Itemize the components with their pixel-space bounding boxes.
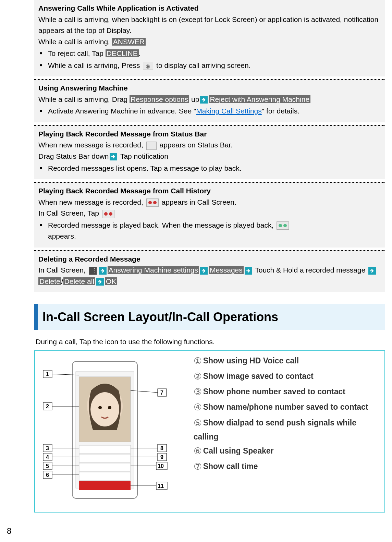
svg-text:9: 9 xyxy=(160,454,163,460)
response-options-token: Response options xyxy=(130,95,189,103)
section-paragraph: When new message is recorded, appears in… xyxy=(38,197,381,208)
section-paragraph: In Call Screen, Tap xyxy=(38,208,381,219)
delete-all-token: Delete all xyxy=(63,277,96,285)
section-paragraph: Drag Status Bar down Tap notification xyxy=(38,151,381,162)
section-title: Answering Calls While Application is Act… xyxy=(38,3,381,14)
text: In Call Screen, xyxy=(38,266,88,274)
section-paragraph: While a call is arriving, when backlight… xyxy=(38,14,381,36)
bullet-item: While a call is arriving, Press to displ… xyxy=(38,60,381,71)
svg-text:2: 2 xyxy=(46,404,49,409)
svg-text:1: 1 xyxy=(46,371,49,377)
section-title: Playing Back Recorded Message from Statu… xyxy=(38,129,381,140)
svg-rect-17 xyxy=(79,472,131,480)
decline-token: DECLINE xyxy=(106,49,139,57)
svg-rect-18 xyxy=(79,481,131,490)
section-title: Deleting a Recorded Message xyxy=(38,254,381,265)
text: Recorded message is played back. When th… xyxy=(48,221,275,229)
legend-item: ⑥Call using Speaker xyxy=(194,444,380,459)
making-call-settings-link[interactable]: Making Call Settings xyxy=(196,107,261,115)
section-playback-statusbar: Playing Back Recorded Message from Statu… xyxy=(34,125,385,179)
legend-item: ④Show name/phone number saved to contact xyxy=(194,400,380,415)
text: Touch & Hold a recorded message xyxy=(253,266,367,274)
text: up xyxy=(189,95,199,103)
message-icon xyxy=(146,142,157,150)
reject-machine-token: Reject with Answering Machine xyxy=(209,95,310,103)
recorded-red-icon xyxy=(102,210,114,218)
bullet-item: Recorded messages list opens. Tap a mess… xyxy=(38,163,381,174)
text: appears in Call Screen. xyxy=(162,198,236,206)
text: Drag Status Bar down xyxy=(38,152,109,160)
svg-point-11 xyxy=(90,392,119,426)
circled-number-icon: ⑦ xyxy=(194,459,202,474)
text: Tap notification xyxy=(118,152,168,160)
section-title: Using Answering Machine xyxy=(38,83,381,94)
svg-text:7: 7 xyxy=(160,390,163,396)
section-paragraph: When new message is recorded, appears on… xyxy=(38,140,381,151)
arrow-icon xyxy=(200,96,208,104)
legend-text: Call using Speaker xyxy=(203,446,274,455)
bullet-item: To reject call, Tap DECLINE. xyxy=(38,48,381,59)
text: When new message is recorded, xyxy=(38,141,145,149)
section-deleting: Deleting a Recorded Message In Call Scre… xyxy=(34,250,385,292)
answer-token: ANSWER xyxy=(112,38,146,46)
machine-settings-token: Answering Machine settings xyxy=(108,266,199,274)
legend-item: ③Show phone number saved to contact xyxy=(194,385,380,399)
arrow-icon xyxy=(110,153,117,160)
legend-item: ①Show using HD Voice call xyxy=(194,354,380,369)
arrow-icon xyxy=(96,278,104,286)
text: / xyxy=(61,277,63,285)
svg-point-12 xyxy=(98,406,102,409)
text: to display call arriving screen. xyxy=(156,61,250,69)
legend-cell: ①Show using HD Voice call ②Show image sa… xyxy=(189,351,385,513)
text: . xyxy=(139,49,141,57)
circled-number-icon: ⑤ xyxy=(194,416,202,431)
svg-text:10: 10 xyxy=(158,463,164,469)
page-number: 8 xyxy=(7,525,11,527)
arrow-icon xyxy=(200,267,208,275)
arrow-icon xyxy=(99,267,107,275)
text: While a call is arriving, Drag xyxy=(38,95,130,103)
text: In Call Screen, Tap xyxy=(38,209,101,217)
text: While a call is arriving, Press xyxy=(48,61,142,69)
legend-text: Show image saved to contact xyxy=(203,372,314,381)
ok-token: OK xyxy=(105,277,117,285)
text: " for details. xyxy=(262,107,299,115)
delete-token: Delete xyxy=(38,277,61,285)
phone-diagram: 1 2 3 4 5 xyxy=(40,356,170,507)
bullet-item: Recorded message is played back. When th… xyxy=(38,220,381,242)
svg-rect-14 xyxy=(79,445,131,454)
text: While a call is arriving, xyxy=(38,38,112,46)
legend-text: Show using HD Voice call xyxy=(203,356,299,365)
legend-item: ②Show image saved to contact xyxy=(194,369,380,384)
svg-text:3: 3 xyxy=(46,445,49,451)
recorded-red-icon xyxy=(146,198,159,207)
svg-text:5: 5 xyxy=(46,463,49,469)
svg-text:8: 8 xyxy=(160,445,163,451)
intro-text: During a call, Tap the icon to use the f… xyxy=(36,336,385,348)
svg-text:6: 6 xyxy=(46,472,49,478)
section-paragraph: In Call Screen, Answering Machine settin… xyxy=(38,265,381,287)
arrow-icon xyxy=(368,267,376,275)
circled-number-icon: ② xyxy=(194,369,202,384)
messages-token: Messages xyxy=(209,266,244,274)
section-paragraph: While a call is arriving, Drag Response … xyxy=(38,94,381,105)
svg-text:4: 4 xyxy=(46,454,49,460)
section-playback-history: Playing Back Recorded Message from Call … xyxy=(34,182,385,248)
legend-text: Show phone number saved to contact xyxy=(203,387,345,396)
in-call-layout-table: 1 2 3 4 5 xyxy=(34,350,385,513)
circled-number-icon: ① xyxy=(194,354,202,369)
recorded-green-icon xyxy=(277,221,289,230)
section-title: Playing Back Recorded Message from Call … xyxy=(38,185,381,197)
circled-number-icon: ④ xyxy=(194,400,202,415)
svg-rect-15 xyxy=(79,454,131,462)
section-answering-calls: Answering Calls While Application is Act… xyxy=(34,0,385,76)
text: Activate Answering Machine in advance. S… xyxy=(48,107,196,115)
bullet-item: Activate Answering Machine in advance. S… xyxy=(38,106,381,117)
svg-point-13 xyxy=(108,406,111,409)
text: appears. xyxy=(48,232,76,240)
text: To reject call, Tap xyxy=(48,49,106,57)
arrow-icon xyxy=(245,267,252,275)
legend-text: Show call time xyxy=(203,461,258,470)
svg-text:11: 11 xyxy=(158,483,164,489)
legend-text: Show dialpad to send push signals while … xyxy=(194,418,356,441)
